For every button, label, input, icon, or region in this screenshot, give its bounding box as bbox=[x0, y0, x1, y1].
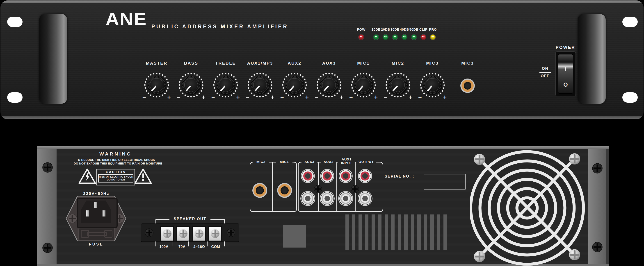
caution-inner-box: RISK OF ELECTRIC SHOCK DO NOT OPEN bbox=[98, 174, 134, 183]
rca-port-output-red[interactable] bbox=[362, 173, 368, 179]
terminal-100v[interactable] bbox=[160, 226, 174, 242]
plus-mark: + bbox=[340, 94, 343, 101]
aux3-port-label: AUX3 bbox=[302, 160, 317, 164]
knob-label: MIC2 bbox=[381, 61, 415, 66]
mains-rating-label: 220V~50Hz bbox=[76, 192, 116, 196]
rca-port-aux3-red[interactable] bbox=[305, 173, 310, 179]
phillips-screw-icon bbox=[227, 229, 235, 237]
led-label: 50DB bbox=[409, 27, 419, 31]
phillips-screw-icon bbox=[42, 243, 53, 253]
knob-label: TREBLE bbox=[209, 61, 242, 66]
iec-power-inlet[interactable] bbox=[66, 196, 126, 241]
iec-socket[interactable] bbox=[76, 198, 118, 228]
knob-label: MIC3 bbox=[416, 61, 449, 66]
knob-master[interactable]: MASTER − + bbox=[140, 61, 174, 100]
terminal-70v[interactable] bbox=[176, 226, 190, 242]
rca-port-aux1-red[interactable] bbox=[343, 173, 348, 179]
plus-mark: + bbox=[167, 94, 171, 101]
terminal-4-16ohm[interactable] bbox=[192, 226, 206, 242]
on-label: ON bbox=[539, 66, 551, 71]
vent-slots bbox=[346, 215, 450, 250]
mic3-jack-port[interactable] bbox=[462, 80, 474, 92]
knob-mic2[interactable]: MIC2 − + bbox=[381, 61, 415, 100]
led-label: 40DB bbox=[400, 27, 409, 31]
minus-mark: − bbox=[142, 94, 146, 101]
knob-label: MASTER bbox=[140, 61, 174, 66]
terminal-label-100v: 100V bbox=[155, 245, 173, 249]
phillips-screw-icon bbox=[351, 185, 359, 193]
high-voltage-icon bbox=[78, 168, 96, 184]
phillips-screw-icon bbox=[42, 162, 53, 173]
knob-aux3[interactable]: AUX3 − + bbox=[312, 61, 346, 100]
exclamation-warning-icon bbox=[134, 168, 152, 184]
terminal-label-4-16ohm: 4~16Ω bbox=[190, 245, 208, 249]
led-cell-clip: CLIP bbox=[419, 27, 428, 40]
led-label: PRO bbox=[428, 27, 438, 31]
knob-dial[interactable] bbox=[383, 70, 413, 100]
speaker-out-title: SPEAKER OUT bbox=[170, 217, 210, 221]
minus-mark: − bbox=[384, 94, 387, 101]
on-off-divider bbox=[540, 72, 551, 73]
bracket-line bbox=[210, 219, 225, 220]
mic2-port-label: MIC2 bbox=[253, 160, 269, 164]
phillips-screw-icon bbox=[68, 214, 77, 223]
mic1-jack-port[interactable] bbox=[278, 184, 291, 197]
terminal-com[interactable] bbox=[208, 226, 222, 242]
led-cell-50db: 50DB bbox=[409, 27, 419, 40]
rca-port-aux2-red[interactable] bbox=[324, 173, 330, 179]
output-port-label: OUTPUT bbox=[356, 160, 376, 164]
knob-label: AUX3 bbox=[312, 61, 346, 66]
led-cell-pow: POW bbox=[356, 27, 366, 40]
knob-mic3[interactable]: MIC3 − + bbox=[416, 61, 449, 100]
knob-dial[interactable] bbox=[142, 70, 172, 100]
phillips-screw-icon bbox=[569, 249, 580, 260]
power-switch[interactable]: I O bbox=[555, 51, 576, 96]
power-rocker[interactable]: I O bbox=[558, 54, 573, 94]
front-bottom-bevel bbox=[0, 116, 644, 119]
knob-label: AUX1/MP3 bbox=[243, 61, 277, 66]
cooling-fan-grille bbox=[470, 147, 587, 266]
rca-port-output-white[interactable] bbox=[362, 196, 368, 201]
plus-mark: + bbox=[443, 94, 446, 101]
caution-box: CAUTION RISK OF ELECTRIC SHOCK DO NOT OP… bbox=[96, 169, 135, 185]
knob-aux2[interactable]: AUX2 − + bbox=[278, 61, 312, 100]
knob-dial[interactable] bbox=[176, 70, 206, 100]
mic2-jack-port[interactable] bbox=[254, 184, 266, 197]
knob-dial[interactable] bbox=[314, 70, 344, 100]
rca-port-aux3-white[interactable] bbox=[305, 196, 310, 201]
level-led-20db bbox=[383, 34, 388, 40]
phillips-screw-icon bbox=[474, 154, 485, 165]
label-plate bbox=[283, 225, 306, 248]
plus-mark: + bbox=[270, 94, 274, 101]
fuse-label: FUSE bbox=[79, 242, 113, 247]
knob-treble[interactable]: TREBLE − + bbox=[209, 61, 242, 100]
caution-title: CAUTION bbox=[97, 169, 134, 174]
minus-mark: − bbox=[211, 94, 215, 101]
product-title: PUBLIC ADDRESS MIXER AMPLIFIER bbox=[152, 24, 288, 30]
rack-hole bbox=[622, 17, 638, 27]
aux2-port-label: AUX2 bbox=[321, 160, 336, 164]
knob-label: MIC1 bbox=[346, 61, 380, 66]
mic1-port-label: MIC1 bbox=[276, 160, 292, 164]
knob-aux1-mp3[interactable]: AUX1/MP3 − + bbox=[243, 61, 277, 100]
brand-logo: ANE bbox=[106, 10, 147, 28]
led-label: 20DB bbox=[381, 27, 390, 31]
phillips-screw-icon bbox=[179, 229, 188, 238]
knob-mic1[interactable]: MIC1 − + bbox=[346, 61, 380, 100]
led-label: POW bbox=[356, 27, 366, 31]
knob-dial[interactable] bbox=[245, 70, 275, 100]
phillips-screw-icon bbox=[592, 242, 602, 252]
knob-dial[interactable] bbox=[211, 70, 240, 100]
led-cell-30db: 30DB bbox=[390, 27, 400, 40]
led-meter: POW 10DB 20DB 30DB 40DB 50DB bbox=[356, 27, 438, 40]
rca-port-aux2-white[interactable] bbox=[324, 196, 330, 201]
knob-dial[interactable] bbox=[418, 70, 447, 100]
phillips-screw-icon bbox=[163, 229, 172, 238]
knob-bass[interactable]: BASS − + bbox=[174, 61, 208, 100]
phillips-screw-icon bbox=[314, 185, 322, 193]
mic3-jack-label: MIC3 bbox=[454, 61, 481, 66]
fuse-holder[interactable] bbox=[78, 228, 115, 240]
rca-port-aux1-white[interactable] bbox=[343, 196, 348, 201]
knob-dial[interactable] bbox=[280, 70, 310, 100]
knob-dial[interactable] bbox=[348, 70, 378, 100]
